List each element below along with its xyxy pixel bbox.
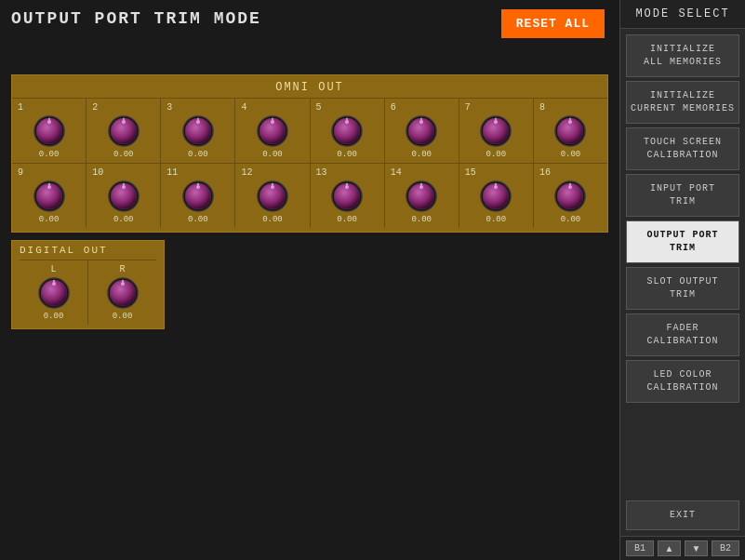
svg-point-6 — [122, 120, 126, 124]
svg-point-71 — [121, 280, 123, 282]
knob-cell-15: 15 0.00 — [459, 164, 534, 228]
knob-number-2: 2 — [88, 102, 98, 113]
knob-value-1: 0.00 — [39, 150, 60, 159]
knob-3[interactable] — [181, 114, 215, 148]
knob-number-11: 11 — [163, 167, 178, 178]
svg-point-22 — [419, 120, 423, 124]
knob-13[interactable] — [330, 180, 364, 213]
digital-ch-label-L: L — [50, 264, 56, 274]
knob-cell-4: 4 0.00 — [235, 99, 310, 163]
knob-number-13: 13 — [313, 167, 327, 178]
svg-point-51 — [346, 183, 348, 185]
knob-4[interactable] — [256, 114, 289, 148]
knob-number-7: 7 — [461, 102, 471, 113]
down-arrow-button[interactable]: ▼ — [685, 540, 708, 556]
knob-cell-2: 2 0.00 — [86, 99, 161, 163]
knob-9[interactable] — [33, 180, 66, 213]
knob-cell-13: 13 0.00 — [311, 164, 385, 228]
knob-value-9: 0.00 — [39, 215, 60, 224]
svg-point-42 — [196, 185, 200, 189]
sidebar-btn-init-all[interactable]: INITIALIZEALL MEMORIES — [626, 34, 739, 77]
digital-out-panel: DIGITAL OUT L 0.00R — [11, 240, 165, 329]
svg-point-55 — [420, 183, 422, 185]
knob-value-3: 0.00 — [188, 150, 208, 159]
sidebar-btn-led-cal[interactable]: LED COLORCALIBRATION — [626, 360, 739, 403]
knob-1[interactable] — [33, 114, 66, 148]
knob-cell-14: 14 0.00 — [385, 164, 459, 228]
knob-cell-8: 8 0.00 — [534, 99, 607, 163]
digital-cell-R: R 0.00 — [88, 260, 156, 325]
up-arrow-button[interactable]: ▲ — [658, 540, 681, 556]
knob-12[interactable] — [256, 180, 289, 213]
svg-point-34 — [47, 185, 51, 189]
b1-button[interactable]: B1 — [626, 540, 654, 556]
knob-cell-7: 7 0.00 — [459, 99, 534, 163]
knob-value-16: 0.00 — [561, 215, 581, 224]
sidebar-btn-touch-cal[interactable]: TOUCH SCREENCALIBRATION — [626, 127, 739, 170]
sidebar-buttons: INITIALIZEALL MEMORIESINITIALIZECURRENT … — [620, 29, 745, 536]
knob-cell-11: 11 0.00 — [161, 164, 235, 228]
knob-value-11: 0.00 — [188, 215, 208, 224]
knob-16[interactable] — [553, 180, 587, 213]
knob-row-2: 9 0.0010 — [12, 163, 607, 228]
sidebar-footer: B1 ▲ ▼ B2 — [620, 536, 745, 560]
svg-point-66 — [52, 282, 56, 286]
knob-value-6: 0.00 — [411, 150, 432, 159]
svg-point-27 — [495, 118, 497, 120]
knob-14[interactable] — [405, 180, 438, 213]
svg-point-70 — [121, 282, 125, 286]
svg-point-62 — [568, 185, 572, 189]
knob-11[interactable] — [181, 180, 215, 213]
knob-7[interactable] — [479, 114, 512, 148]
svg-point-35 — [47, 183, 49, 185]
digital-knob-R[interactable] — [106, 276, 140, 310]
svg-point-7 — [122, 118, 124, 120]
knob-value-14: 0.00 — [411, 215, 432, 224]
knob-number-5: 5 — [313, 102, 322, 113]
svg-point-23 — [420, 118, 422, 120]
exit-button[interactable]: EXIT — [626, 500, 739, 530]
svg-point-18 — [345, 120, 349, 124]
sidebar-btn-init-current[interactable]: INITIALIZECURRENT MEMORIES — [626, 81, 739, 124]
sidebar-btn-fader-cal[interactable]: FADERCALIBRATION — [626, 313, 739, 356]
knob-number-9: 9 — [14, 167, 23, 178]
knob-number-8: 8 — [536, 102, 545, 113]
knob-15[interactable] — [479, 180, 512, 213]
knob-5[interactable] — [330, 114, 364, 148]
digital-out-label: DIGITAL OUT — [20, 245, 156, 256]
b2-button[interactable]: B2 — [712, 540, 739, 556]
svg-point-19 — [346, 118, 348, 120]
knob-number-12: 12 — [237, 167, 252, 178]
knob-number-3: 3 — [163, 102, 172, 113]
knob-cell-1: 1 0.00 — [12, 99, 86, 163]
digital-knob-L[interactable] — [37, 276, 71, 310]
sidebar-btn-input-trim[interactable]: INPUT PORTTRIM — [626, 174, 739, 217]
sidebar: MODE SELECT INITIALIZEALL MEMORIESINITIA… — [619, 0, 745, 560]
knob-10[interactable] — [107, 180, 140, 213]
knob-cell-16: 16 0.00 — [534, 164, 607, 228]
knob-cell-6: 6 0.00 — [385, 99, 459, 163]
knob-value-8: 0.00 — [561, 150, 581, 159]
knob-cell-12: 12 0.00 — [235, 164, 310, 228]
knob-value-10: 0.00 — [113, 215, 134, 224]
svg-point-43 — [197, 183, 199, 185]
knob-2[interactable] — [107, 114, 140, 148]
reset-all-button[interactable]: RESET ALL — [501, 9, 605, 38]
knob-value-15: 0.00 — [486, 215, 507, 224]
knob-6[interactable] — [405, 114, 438, 148]
knob-8[interactable] — [553, 114, 587, 148]
svg-point-30 — [568, 120, 572, 124]
sidebar-title: MODE SELECT — [620, 0, 745, 29]
sidebar-btn-output-trim[interactable]: OUTPUT PORTTRIM — [626, 220, 739, 263]
knob-cell-3: 3 0.00 — [161, 99, 235, 163]
knob-value-13: 0.00 — [337, 215, 357, 224]
svg-point-11 — [197, 118, 199, 120]
knob-number-6: 6 — [387, 102, 396, 113]
svg-point-63 — [569, 183, 571, 185]
svg-point-59 — [495, 183, 497, 185]
knob-value-7: 0.00 — [486, 150, 507, 159]
svg-point-3 — [47, 118, 49, 120]
sidebar-btn-slot-trim[interactable]: SLOT OUTPUTTRIM — [626, 267, 739, 310]
digital-knob-value-R: 0.00 — [113, 312, 133, 321]
svg-point-58 — [494, 185, 498, 189]
